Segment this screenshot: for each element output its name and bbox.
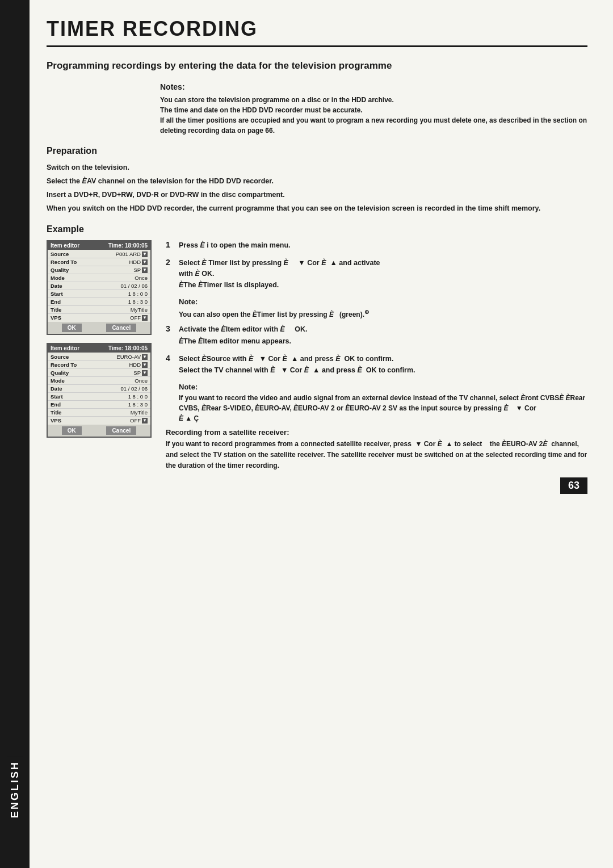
item-label: Start: [51, 393, 63, 400]
step-num-1: 1: [166, 240, 174, 251]
item-value: 01 / 02 / 06: [120, 283, 148, 289]
prep-step-4: When you switch on the HDD DVD recorder,…: [47, 203, 587, 214]
note-text: You can also open the ÈTimer list by pre…: [179, 308, 587, 320]
item-editor-2-footer: OK Cancel: [48, 425, 150, 437]
preparation-heading: Preparation: [47, 146, 587, 156]
item-editor-1-time: Time: 18:00:05: [108, 242, 148, 249]
item-label: VPS: [51, 417, 61, 423]
item-label: Title: [51, 307, 61, 313]
item-row: End 1 8 : 3 0: [48, 298, 150, 306]
item-row: Mode Once: [48, 274, 150, 282]
item-row: Title MyTitle: [48, 409, 150, 417]
item-row: Quality SP ▼: [48, 266, 150, 274]
item-row: Start 1 8 : 0 0: [48, 393, 150, 401]
example-section: Example Item editor Time: 18:00:05 Sourc…: [47, 224, 587, 494]
item-value: 1 8 : 0 0: [128, 393, 148, 400]
item-row: Start 1 8 : 0 0: [48, 290, 150, 298]
item-value: SP ▼: [133, 267, 148, 273]
item-row: Record To HDD ▼: [48, 258, 150, 266]
satellite-section: Recording from a satellite receiver: If …: [166, 428, 587, 472]
item-row: End 1 8 : 3 0: [48, 401, 150, 409]
step-3: 3 Activate the ÈItem editor with È OK. È…: [166, 324, 587, 347]
satellite-heading: Recording from a satellite receiver:: [166, 428, 587, 437]
step-1-content: Press È i to open the main menu.: [179, 240, 587, 251]
item-row: Date 01 / 02 / 06: [48, 282, 150, 290]
item-editor-2-body: Source EURO-AV ▼ Record To HDD ▼ Quality…: [48, 353, 150, 425]
prep-step-1: Switch on the television.: [47, 162, 587, 173]
item-value: HDD ▼: [129, 259, 148, 265]
note-after-step4: Note: If you want to record the video an…: [179, 383, 587, 423]
note-line-2: The time and date on the HDD DVD recorde…: [160, 105, 587, 115]
item-label: Mode: [51, 378, 65, 384]
step-4-text: Select ÈSource with È ▼ Cor È ▲ and pres…: [179, 354, 587, 364]
item-label: End: [51, 401, 61, 408]
satellite-text: If you want to record programmes from a …: [166, 439, 587, 472]
item-value: P001 ARD ▼: [116, 251, 148, 257]
item-label: Source: [51, 251, 69, 257]
note-text-4: If you want to record the video and audi…: [179, 393, 587, 423]
item-row: Mode Once: [48, 377, 150, 385]
step-3-sub: ÈThe ÈItem editor menu appears.: [179, 336, 587, 347]
item-label: VPS: [51, 315, 61, 321]
item-row: Date 01 / 02 / 06: [48, 385, 150, 393]
cancel-button-1[interactable]: Cancel: [106, 324, 136, 332]
step-2-text: Select È Timer list by pressing È ▼ Cor …: [179, 258, 587, 279]
item-editor-2: Item editor Time: 18:00:05 Source EURO-A…: [47, 343, 152, 438]
item-label: Quality: [51, 370, 69, 376]
item-value: Once: [135, 275, 148, 281]
note-line-1: You can store the television programme o…: [160, 95, 587, 105]
dropdown-arrow-icon: ▼: [142, 315, 148, 321]
item-label: Record To: [51, 362, 77, 368]
example-heading: Example: [47, 224, 587, 234]
notes-title: Notes:: [160, 82, 587, 91]
item-value: MyTitle: [131, 409, 148, 416]
dropdown-arrow-icon: ▼: [142, 418, 148, 423]
dropdown-arrow-icon: ▼: [142, 267, 148, 273]
step-1: 1 Press È i to open the main menu.: [166, 240, 587, 251]
item-editor-2-header: Item editor Time: 18:00:05: [48, 344, 150, 353]
ok-button-1[interactable]: OK: [62, 324, 82, 332]
item-label: Quality: [51, 267, 69, 273]
item-value: OFF ▼: [130, 315, 148, 321]
notes-section: Notes: You can store the television prog…: [160, 82, 587, 136]
step-4-content: Select ÈSource with È ▼ Cor È ▲ and pres…: [179, 354, 587, 376]
item-editor-1-footer: OK Cancel: [48, 322, 150, 334]
item-label: End: [51, 299, 61, 305]
step-2-content: Select È Timer list by pressing È ▼ Cor …: [179, 258, 587, 291]
step-2: 2 Select È Timer list by pressing È ▼ Co…: [166, 258, 587, 291]
step-num-2: 2: [166, 258, 174, 291]
step-2-sub: ÈThe ÈTimer list is displayed.: [179, 280, 587, 291]
dropdown-arrow-icon: ▼: [142, 370, 148, 376]
item-row: Quality SP ▼: [48, 369, 150, 377]
note-after-step2: Note: You can also open the ÈTimer list …: [179, 297, 587, 320]
item-label: Date: [51, 283, 62, 289]
preparation-section: Preparation Switch on the television. Se…: [47, 146, 587, 214]
item-label: Title: [51, 409, 61, 416]
step-num-3: 3: [166, 324, 174, 347]
cancel-button-2[interactable]: Cancel: [106, 426, 136, 435]
item-value: OFF ▼: [130, 417, 148, 423]
note-title: Note:: [179, 297, 587, 306]
item-row: Title MyTitle: [48, 306, 150, 314]
item-value: Once: [135, 378, 148, 384]
item-label: Date: [51, 385, 62, 392]
step-num-4: 4: [166, 354, 174, 376]
item-editor-1: Item editor Time: 18:00:05 Source P001 A…: [47, 240, 152, 335]
left-column: Item editor Time: 18:00:05 Source P001 A…: [47, 240, 154, 494]
item-row: Source P001 ARD ▼: [48, 250, 150, 258]
item-value: 01 / 02 / 06: [120, 385, 148, 392]
page-title: TIMER RECORDING: [47, 17, 587, 47]
ok-button-2[interactable]: OK: [62, 426, 82, 435]
step-3-content: Activate the ÈItem editor with È OK. ÈTh…: [179, 324, 587, 347]
item-value: 1 8 : 3 0: [128, 299, 148, 305]
item-label: Mode: [51, 275, 65, 281]
prep-step-2: Select the ÈAV channel on the television…: [47, 175, 587, 187]
item-row: VPS OFF ▼: [48, 417, 150, 424]
item-value: 1 8 : 0 0: [128, 291, 148, 297]
item-editor-1-title: Item editor: [51, 242, 79, 249]
page-number-area: 63: [166, 477, 587, 494]
prep-step-3: Insert a DVD+R, DVD+RW, DVD-R or DVD-RW …: [47, 189, 587, 200]
item-value: SP ▼: [133, 370, 148, 376]
english-label: ENGLISH: [7, 756, 23, 823]
item-row: Source EURO-AV ▼: [48, 353, 150, 361]
